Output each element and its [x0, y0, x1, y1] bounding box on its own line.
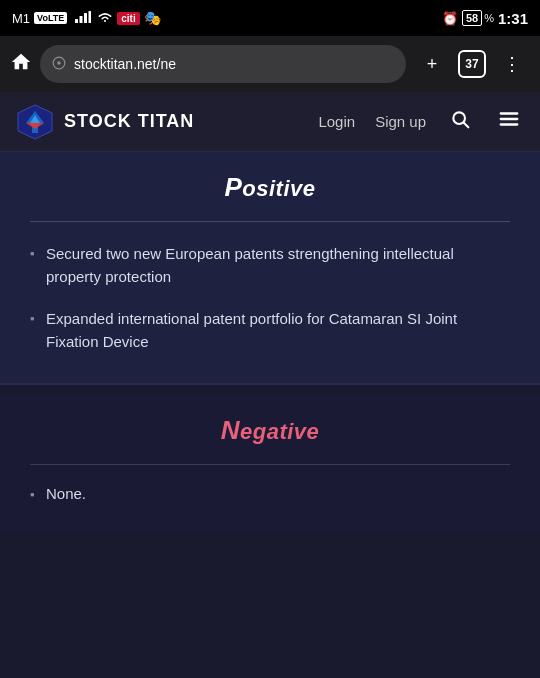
logo-icon [16, 103, 54, 141]
svg-point-5 [57, 61, 61, 65]
nav-bar: STOCK TITAN Login Sign up [0, 92, 540, 152]
logo-area: STOCK TITAN [16, 103, 318, 141]
citi-icon: citi [117, 12, 139, 25]
status-right: ⏰ 58 % 1:31 [442, 10, 528, 27]
positive-title-area: Positive [30, 172, 510, 203]
security-icon [52, 56, 66, 73]
add-tab-button[interactable]: + [414, 46, 450, 82]
tab-count-button[interactable]: 37 [458, 50, 486, 78]
volte-badge: VoLTE [34, 12, 67, 24]
url-text: stocktitan.net/ne [74, 56, 394, 72]
browser-chrome: stocktitan.net/ne + 37 ⋮ [0, 36, 540, 92]
signal-icon [75, 11, 91, 26]
battery-indicator: 58 % [462, 10, 494, 26]
positive-divider [30, 221, 510, 222]
content-area: Positive Secured two new European patent… [0, 152, 540, 532]
svg-rect-1 [80, 16, 83, 23]
menu-button[interactable] [494, 104, 524, 139]
negative-divider [30, 464, 510, 465]
logo-text: STOCK TITAN [64, 111, 194, 132]
home-button[interactable] [10, 51, 32, 78]
status-bar: M1 VoLTE citi 🎭 ⏰ 58 % 1:31 [0, 0, 540, 36]
positive-bullet-1: Secured two new European patents strengt… [30, 242, 510, 289]
extra-icon: 🎭 [144, 10, 161, 26]
negative-title-area: Negative [30, 415, 510, 446]
positive-bullet-list: Secured two new European patents strengt… [30, 242, 510, 353]
signup-link[interactable]: Sign up [375, 113, 426, 130]
positive-heading: Positive [224, 176, 315, 201]
carrier-label: M1 [12, 11, 30, 26]
login-link[interactable]: Login [318, 113, 355, 130]
status-left: M1 VoLTE citi 🎭 [12, 10, 161, 26]
time-display: 1:31 [498, 10, 528, 27]
svg-line-8 [464, 123, 469, 128]
search-button[interactable] [446, 105, 474, 138]
svg-rect-2 [84, 13, 87, 23]
positive-section: Positive Secured two new European patent… [0, 152, 540, 385]
wifi-icon [97, 11, 113, 26]
alarm-icon: ⏰ [442, 11, 458, 26]
nav-links: Login Sign up [318, 104, 524, 139]
more-menu-button[interactable]: ⋮ [494, 46, 530, 82]
svg-rect-0 [75, 19, 78, 23]
positive-bullet-2: Expanded international patent portfolio … [30, 307, 510, 354]
negative-none: None. [30, 485, 510, 502]
svg-rect-3 [89, 11, 92, 23]
url-bar[interactable]: stocktitan.net/ne [40, 45, 406, 83]
negative-heading: Negative [221, 419, 320, 444]
negative-section: Negative None. [0, 395, 540, 532]
